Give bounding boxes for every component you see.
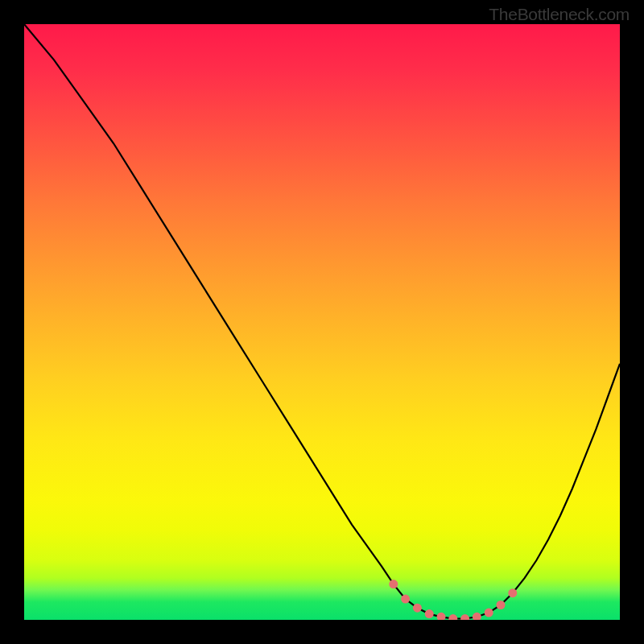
highlight-dot — [389, 580, 398, 588]
bottleneck-curve-line — [24, 24, 620, 619]
highlight-dot — [485, 609, 493, 617]
watermark-text: TheBottleneck.com — [489, 5, 630, 24]
highlight-dot — [460, 614, 469, 620]
chart-plot-area — [24, 24, 620, 620]
highlight-dot — [437, 613, 446, 620]
highlight-dot — [497, 601, 506, 609]
highlight-dot — [508, 588, 517, 597]
highlight-dot — [401, 595, 410, 604]
highlight-dot — [425, 609, 434, 618]
chart-svg — [24, 24, 620, 620]
highlight-dot — [448, 614, 457, 620]
highlight-dots-group — [389, 580, 517, 620]
highlight-dot — [473, 613, 481, 620]
highlight-dot — [413, 604, 422, 613]
